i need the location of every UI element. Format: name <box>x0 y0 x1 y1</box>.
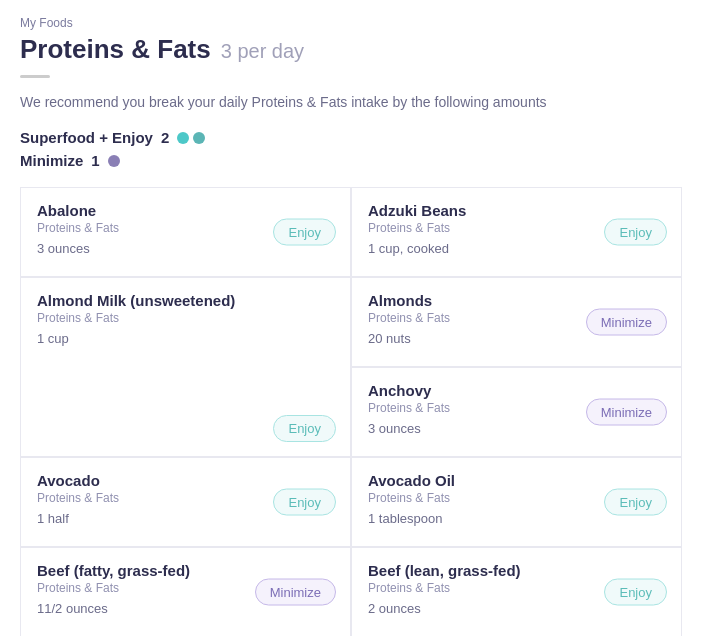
legend-minimize-label: Minimize <box>20 152 83 169</box>
food-col-stacked: Almonds Proteins & Fats 20 nuts Minimize… <box>351 277 682 457</box>
badge-enjoy[interactable]: Enjoy <box>273 219 336 246</box>
badge-enjoy[interactable]: Enjoy <box>273 489 336 516</box>
food-card: Avocado Oil Proteins & Fats 1 tablespoon… <box>351 457 682 547</box>
badge-enjoy[interactable]: Enjoy <box>604 579 667 606</box>
food-grid: Abalone Proteins & Fats 3 ounces Enjoy A… <box>20 187 682 636</box>
food-card: Abalone Proteins & Fats 3 ounces Enjoy <box>20 187 351 277</box>
divider <box>20 75 50 78</box>
dot-purple-1 <box>108 155 120 167</box>
badge-enjoy[interactable]: Enjoy <box>604 219 667 246</box>
dot-teal-2 <box>193 132 205 144</box>
per-day-label: 3 per day <box>221 40 304 63</box>
legend-minimize-count: 1 <box>91 152 99 169</box>
food-amount: 1 cup <box>37 331 334 346</box>
badge-minimize[interactable]: Minimize <box>255 579 336 606</box>
page-title: Proteins & Fats <box>20 34 211 65</box>
legend-enjoy-row: Superfood + Enjoy 2 <box>20 129 682 146</box>
food-category: Proteins & Fats <box>37 311 334 325</box>
dot-teal-1 <box>177 132 189 144</box>
badge-minimize[interactable]: Minimize <box>586 309 667 336</box>
food-name: Avocado Oil <box>368 472 665 489</box>
food-card: Avocado Proteins & Fats 1 half Enjoy <box>20 457 351 547</box>
legend-enjoy-count: 2 <box>161 129 169 146</box>
food-name: Avocado <box>37 472 334 489</box>
badge-enjoy[interactable]: Enjoy <box>604 489 667 516</box>
food-name: Almond Milk (unsweetened) <box>37 292 334 309</box>
badge-enjoy[interactable]: Enjoy <box>273 415 336 442</box>
legend-enjoy-label: Superfood + Enjoy <box>20 129 153 146</box>
food-card: Anchovy Proteins & Fats 3 ounces Minimiz… <box>351 367 682 457</box>
food-name: Beef (fatty, grass-fed) <box>37 562 334 579</box>
breadcrumb: My Foods <box>20 16 682 30</box>
food-name: Beef (lean, grass-fed) <box>368 562 665 579</box>
food-card: Adzuki Beans Proteins & Fats 1 cup, cook… <box>351 187 682 277</box>
badge-minimize[interactable]: Minimize <box>586 399 667 426</box>
food-card: Beef (lean, grass-fed) Proteins & Fats 2… <box>351 547 682 636</box>
food-card: Almonds Proteins & Fats 20 nuts Minimize <box>351 277 682 367</box>
legend-minimize-row: Minimize 1 <box>20 152 682 169</box>
minimize-dots <box>108 155 120 167</box>
legend: Superfood + Enjoy 2 Minimize 1 <box>20 129 682 169</box>
food-name: Anchovy <box>368 382 665 399</box>
food-name: Almonds <box>368 292 665 309</box>
food-card: Almond Milk (unsweetened) Proteins & Fat… <box>20 277 351 457</box>
enjoy-dots <box>177 132 205 144</box>
food-name: Adzuki Beans <box>368 202 665 219</box>
food-card: Beef (fatty, grass-fed) Proteins & Fats … <box>20 547 351 636</box>
recommendation-text: We recommend you break your daily Protei… <box>20 92 682 113</box>
food-name: Abalone <box>37 202 334 219</box>
